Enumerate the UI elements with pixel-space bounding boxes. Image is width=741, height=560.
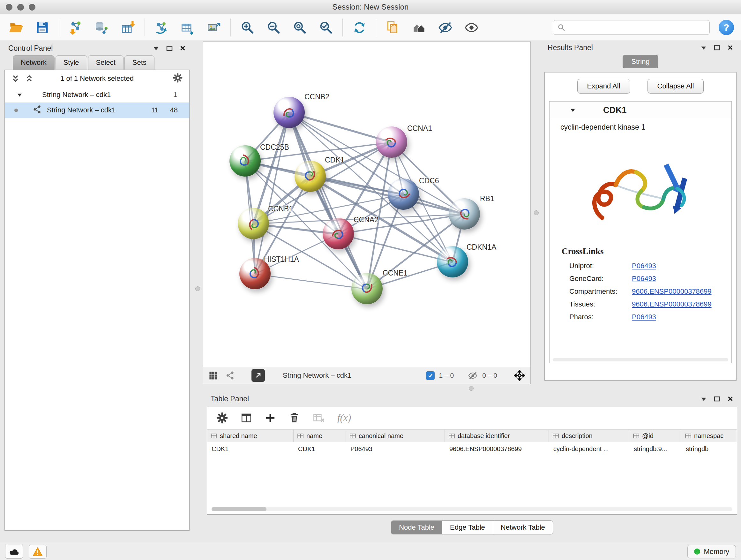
uniprot-link[interactable]: P06493: [632, 262, 656, 270]
float-panel-icon[interactable]: [714, 45, 720, 51]
add-column-icon[interactable]: [265, 412, 276, 424]
save-session-button[interactable]: [33, 18, 51, 37]
gear-icon[interactable]: [173, 73, 183, 83]
close-panel-icon[interactable]: [727, 396, 733, 401]
network-node-cdkn1a[interactable]: [437, 246, 468, 277]
expand-all-button[interactable]: Expand All: [577, 79, 630, 94]
toolbar-search-input[interactable]: [568, 23, 705, 32]
network-node-ccne1[interactable]: [351, 273, 383, 304]
network-edge[interactable]: [255, 274, 367, 289]
export-table-button[interactable]: [179, 18, 197, 37]
zoom-in-button[interactable]: [239, 18, 256, 37]
network-node-ccnb2[interactable]: [273, 97, 305, 128]
close-window-button[interactable]: [6, 4, 12, 10]
collapse-all-button[interactable]: Collapse All: [648, 79, 704, 94]
selected-checkbox-icon[interactable]: [426, 371, 434, 380]
first-neighbors-button[interactable]: [410, 18, 428, 37]
open-session-button[interactable]: [7, 18, 25, 37]
pan-move-icon[interactable]: [514, 370, 525, 381]
delete-column-trash-icon[interactable]: [288, 412, 300, 424]
compartments-link[interactable]: 9606.ENSP00000378699: [632, 287, 712, 296]
column-header-description[interactable]: description: [549, 430, 629, 442]
tab-string[interactable]: String: [623, 55, 658, 68]
table-cell[interactable]: P06493: [346, 442, 445, 455]
memory-indicator-button[interactable]: Memory: [687, 545, 736, 558]
tab-network[interactable]: Network: [13, 55, 55, 70]
show-all-button[interactable]: [462, 18, 480, 37]
show-columns-icon[interactable]: [240, 412, 253, 424]
network-edge[interactable]: [255, 112, 289, 274]
table-horizontal-scrollbar[interactable]: [212, 507, 732, 511]
zoom-selected-button[interactable]: [317, 18, 335, 37]
column-header-name[interactable]: name: [293, 430, 346, 442]
hide-selected-button[interactable]: [436, 18, 454, 37]
table-cell[interactable]: 9606.ENSP00000378699: [445, 442, 549, 455]
export-image-button[interactable]: [205, 18, 223, 37]
results-scrollbar[interactable]: [553, 358, 728, 361]
network-node-ccna1[interactable]: [376, 126, 407, 158]
collapse-all-icon[interactable]: [25, 74, 33, 83]
network-edge[interactable]: [289, 112, 367, 289]
network-node-cdc6[interactable]: [388, 179, 419, 210]
function-builder-button[interactable]: f(x): [337, 412, 351, 424]
network-node-cdk1[interactable]: [294, 161, 326, 192]
zoom-out-button[interactable]: [265, 18, 282, 37]
genecard-link[interactable]: P06493: [632, 274, 656, 283]
column-header--id[interactable]: @id: [629, 430, 681, 442]
panel-caret-icon[interactable]: [153, 46, 159, 51]
column-header-database-identifier[interactable]: database identifier: [445, 430, 549, 442]
share-view-icon[interactable]: [225, 371, 235, 380]
expand-all-icon[interactable]: [11, 74, 20, 83]
gene-section-header[interactable]: CDK1: [549, 102, 731, 119]
table-cell[interactable]: stringdb: [681, 442, 736, 455]
import-network-database-button[interactable]: [93, 18, 111, 37]
zoom-window-button[interactable]: [29, 4, 36, 10]
export-network-button[interactable]: [152, 18, 171, 37]
network-node-ccna2[interactable]: [323, 218, 354, 249]
minimize-window-button[interactable]: [17, 4, 24, 10]
table-cell[interactable]: stringdb:9...: [629, 442, 681, 455]
table-cell[interactable]: CDK1: [293, 442, 346, 455]
network-node-ccnb1[interactable]: [238, 208, 269, 239]
tab-edge-table[interactable]: Edge Table: [442, 520, 493, 535]
float-panel-icon[interactable]: [166, 46, 173, 51]
table-settings-gear-icon[interactable]: [216, 412, 228, 424]
column-header-shared-name[interactable]: shared name: [207, 430, 293, 442]
float-panel-icon[interactable]: [714, 396, 720, 401]
help-button[interactable]: ?: [719, 20, 734, 35]
tab-select[interactable]: Select: [88, 55, 124, 70]
disclosure-triangle-icon[interactable]: [17, 93, 22, 97]
tissues-link[interactable]: 9606.ENSP00000378699: [632, 300, 712, 308]
grid-view-icon[interactable]: [208, 370, 218, 381]
refresh-layout-button[interactable]: [350, 18, 368, 37]
pharos-link[interactable]: P06493: [632, 313, 656, 321]
scrollbar-thumb[interactable]: [212, 507, 266, 511]
table-cell[interactable]: CDK1: [207, 442, 293, 455]
table-row[interactable]: CDK1CDK1P064939606.ENSP00000378699cyclin…: [207, 442, 737, 455]
splitter-handle[interactable]: [195, 287, 200, 291]
birdseye-view-button[interactable]: [252, 369, 265, 382]
cloud-button[interactable]: [5, 545, 23, 559]
tab-style[interactable]: Style: [56, 55, 87, 70]
panel-caret-icon[interactable]: [700, 45, 707, 50]
section-disclosure-icon[interactable]: [570, 108, 576, 112]
splitter-handle[interactable]: [534, 210, 539, 215]
tab-sets[interactable]: Sets: [125, 55, 154, 70]
new-network-from-selection-button[interactable]: [384, 18, 402, 37]
column-header-namespac[interactable]: namespac: [681, 430, 736, 442]
network-node-cdc25b[interactable]: [229, 145, 261, 177]
warning-button[interactable]: [29, 545, 47, 559]
import-table-button[interactable]: [119, 18, 137, 37]
splitter-handle[interactable]: [469, 386, 474, 391]
network-row-selected[interactable]: String Network – cdk1 11 48: [5, 103, 189, 118]
tab-node-table[interactable]: Node Table: [391, 520, 442, 535]
column-header-canonical-name[interactable]: canonical name: [346, 430, 445, 442]
table-cell[interactable]: cyclin-dependent ...: [549, 442, 629, 455]
close-panel-icon[interactable]: [727, 45, 733, 51]
tab-network-table[interactable]: Network Table: [493, 520, 553, 535]
panel-caret-icon[interactable]: [700, 396, 707, 401]
network-collection-row[interactable]: String Network – cdk1 1: [5, 87, 189, 103]
zoom-fit-button[interactable]: [291, 18, 309, 37]
import-network-button[interactable]: [67, 18, 84, 37]
network-canvas[interactable]: CCNB2CCNA1CDC25BCDK1CDC6RB1CCNB1CCNA2CDK…: [203, 42, 530, 367]
